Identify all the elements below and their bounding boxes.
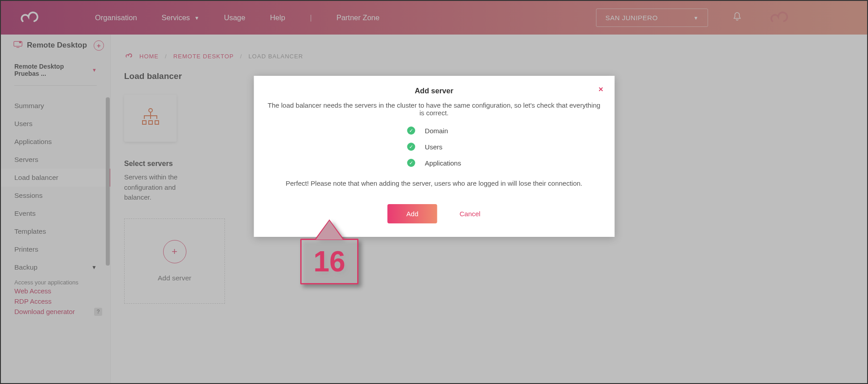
close-icon[interactable]: ✕	[598, 86, 604, 93]
annotation-callout: 16	[300, 221, 358, 284]
check-item-users: ✓ Users	[407, 143, 442, 151]
check-icon: ✓	[407, 159, 415, 167]
modal-note: Perfect! Please note that when adding th…	[267, 179, 601, 187]
annotation-number: 16	[300, 239, 358, 284]
check-label: Applications	[425, 159, 461, 167]
add-server-modal: ✕ Add server The load balancer needs the…	[254, 76, 614, 237]
check-icon: ✓	[407, 127, 415, 135]
cancel-button[interactable]: Cancel	[460, 210, 481, 218]
check-item-applications: ✓ Applications	[407, 159, 461, 167]
check-item-domain: ✓ Domain	[407, 127, 448, 135]
check-label: Domain	[425, 127, 448, 135]
add-button[interactable]: Add	[388, 204, 437, 223]
modal-subtitle: The load balancer needs the servers in t…	[267, 101, 601, 117]
check-label: Users	[425, 143, 442, 151]
modal-title: Add server	[267, 87, 601, 95]
check-icon: ✓	[407, 143, 415, 151]
check-list: ✓ Domain ✓ Users ✓ Applications	[407, 127, 461, 167]
